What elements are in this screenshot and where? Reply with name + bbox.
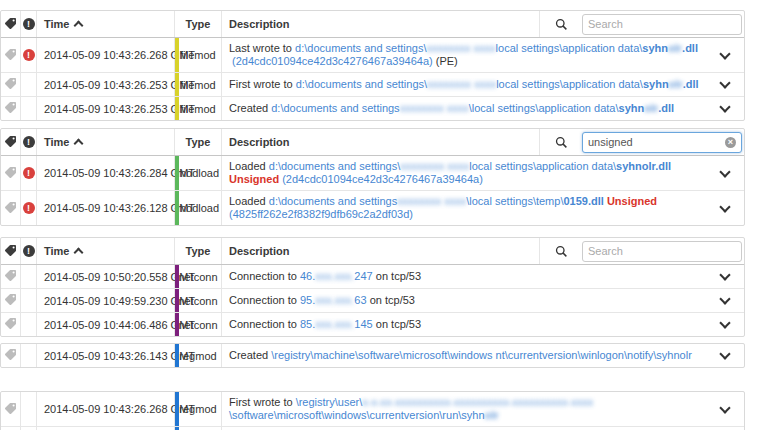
path-link[interactable]: d:\documents and settings\ [296, 78, 427, 91]
path-link[interactable]: 247 [354, 270, 372, 283]
tag-icon [5, 136, 16, 149]
path-link[interactable]: 95. [300, 294, 315, 307]
tag-icon[interactable] [5, 167, 16, 180]
search-icon [555, 18, 568, 31]
tag-icon[interactable] [5, 202, 16, 215]
path-link[interactable]: (4825ff262e2f8382f9dfb69c2a2df03d) [229, 208, 413, 221]
redacted-text: xxxxxxxx xxxx [427, 42, 496, 55]
filename-link[interactable]: syhn [643, 78, 669, 91]
event-time: 2014-05-09 10:43:26.268 GMT [37, 392, 175, 426]
path-link[interactable]: local settings\application data\ [496, 78, 643, 91]
time-column-header[interactable]: Time [37, 129, 175, 155]
path-link[interactable]: 63 [354, 294, 366, 307]
chevron-down-icon[interactable] [719, 166, 730, 177]
filename-link[interactable]: .dll [658, 102, 674, 115]
path-link[interactable]: 145 [354, 318, 372, 331]
path-link[interactable]: \local settings\temp\ [466, 195, 563, 208]
event-type-label: filemod [180, 49, 215, 61]
row-alert-cell: ! [21, 38, 37, 72]
chevron-down-icon[interactable] [719, 48, 730, 59]
table-header-row: !TimeTypeDescription [1, 238, 744, 265]
expand-cell [706, 392, 744, 426]
search-icon [555, 136, 568, 149]
path-link[interactable]: (2d4cdc01094ce42d3c4276467a39464a) [282, 173, 483, 186]
description-text: (PE) [433, 55, 458, 68]
expand-cell [706, 38, 744, 72]
event-description: Last wrote to d:\documents and settings\… [222, 38, 706, 72]
description-text: Created [229, 102, 271, 115]
chevron-down-icon[interactable] [719, 101, 730, 112]
search-input[interactable] [582, 132, 742, 153]
modload-event-table: !TimeTypeDescription×!2014-05-09 10:43:2… [0, 128, 745, 226]
event-description: Loaded d:\documents and settingsxxxxxxxx… [222, 191, 706, 225]
path-link[interactable]: local settings\application data\ [496, 42, 643, 55]
path-link[interactable]: (2d4cdc01094ce42d3c4276467a39464a) [232, 55, 433, 68]
path-link[interactable]: \local settings\application data\ [469, 102, 619, 115]
filename-link[interactable]: .dll [683, 78, 699, 91]
event-row: !2014-05-09 10:43:26.128 GMTmodloadLoade… [1, 190, 744, 225]
tag-icon[interactable] [5, 318, 16, 331]
chevron-down-icon[interactable] [719, 293, 730, 304]
search-input[interactable] [582, 14, 742, 35]
expand-cell [706, 344, 744, 367]
chevron-down-icon[interactable] [719, 77, 730, 88]
event-row: 2014-05-09 10:50:20.558 GMTnetconnConnec… [1, 265, 744, 288]
path-link[interactable]: local settings\application data\ [469, 160, 616, 173]
tag-icon[interactable] [5, 49, 16, 62]
filename-link[interactable]: syhnolr.dll [616, 160, 671, 173]
expand-cell [706, 191, 744, 225]
tag-icon[interactable] [5, 403, 16, 416]
alert-icon: ! [23, 49, 35, 61]
path-link[interactable]: d:\documents and settings [269, 195, 397, 208]
description-text: on tcp/53 [367, 294, 415, 307]
path-link[interactable]: 85. [300, 318, 315, 331]
description-text: Loaded [229, 195, 269, 208]
path-link[interactable]: \registry\machine\software\microsoft\win… [271, 349, 692, 362]
chevron-down-icon[interactable] [719, 402, 730, 413]
event-type-label: netconn [178, 319, 217, 331]
description-text [671, 160, 674, 173]
path-link[interactable]: \software\microsoft\windows\currentversi… [229, 409, 485, 422]
chevron-down-icon[interactable] [719, 348, 730, 359]
search-input[interactable] [582, 241, 742, 262]
row-tag-cell [1, 289, 21, 312]
path-link[interactable]: d:\documents and settings\ [269, 160, 400, 173]
description-column-header: Description [222, 11, 539, 37]
filename-link[interactable]: .dll [682, 42, 698, 55]
event-row: 2014-05-09 10:43:26.253 GMTfilemodCreate… [1, 96, 744, 120]
chevron-down-icon[interactable] [719, 201, 730, 212]
time-column-header[interactable]: Time [37, 11, 175, 37]
tag-icon[interactable] [5, 349, 16, 362]
event-row: !2014-05-09 10:43:26.284 GMTmodloadLoade… [1, 156, 744, 190]
time-column-header[interactable]: Time [37, 238, 175, 264]
event-type: modload [175, 156, 222, 190]
event-type: filemod [175, 73, 222, 96]
tag-icon[interactable] [5, 270, 16, 283]
path-link[interactable]: 46. [300, 270, 315, 283]
path-link[interactable]: d:\documents and settings\ [295, 42, 426, 55]
tag-icon[interactable] [5, 102, 16, 115]
event-tables-page: !TimeTypeDescription!2014-05-09 10:43:26… [0, 0, 765, 430]
event-type: netconn [175, 313, 222, 336]
path-link[interactable]: d:\documents and settings [271, 102, 399, 115]
event-type-label: modload [177, 167, 219, 179]
event-type-label: filemod [180, 79, 215, 91]
tag-icon[interactable] [5, 78, 16, 91]
header-alert-column: ! [21, 129, 37, 155]
tag-icon[interactable] [5, 294, 16, 307]
path-link[interactable]: \registry\user\ [296, 396, 363, 409]
tag-icon [5, 245, 16, 258]
event-row: 2014-05-09 10:44:06.486 GMTnetconnConnec… [1, 312, 744, 336]
chevron-down-icon[interactable] [719, 269, 730, 280]
alert-header-icon: ! [23, 245, 35, 257]
filename-link[interactable]: syhn [619, 102, 645, 115]
filename-link[interactable]: 0159.dll [563, 195, 603, 208]
chevron-down-icon[interactable] [719, 317, 730, 328]
row-alert-cell [21, 289, 37, 312]
description-text: Connection to [229, 318, 300, 331]
event-type-color-bar [175, 156, 179, 190]
filename-link[interactable]: syhn [642, 42, 668, 55]
clear-search-icon[interactable]: × [725, 137, 736, 148]
type-column-header: Type [175, 129, 222, 155]
expand-cell [706, 289, 744, 312]
